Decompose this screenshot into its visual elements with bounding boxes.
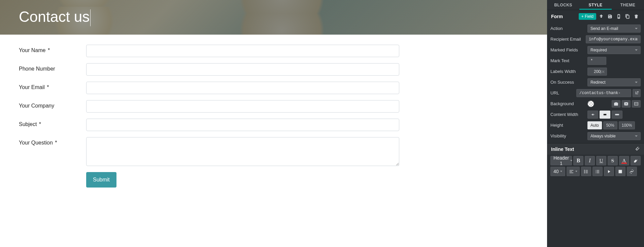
background-video-button[interactable] — [622, 100, 631, 108]
submit-row: Submit — [19, 172, 528, 188]
prop-label: Recipient Email — [550, 37, 586, 42]
select-parent-icon[interactable] — [598, 13, 605, 20]
bold-button[interactable]: B — [573, 156, 583, 165]
visibility-select[interactable]: Always visible — [587, 132, 641, 140]
text-color-button[interactable]: A — [619, 156, 629, 165]
duplicate-icon[interactable] — [624, 13, 631, 20]
heading-select-value: Header 1 — [553, 155, 569, 166]
height-100[interactable]: 100% — [619, 121, 635, 129]
form-section-header: Form + Field — [550, 10, 641, 23]
chevron-down-icon — [635, 82, 638, 83]
prop-label: Content Width — [550, 112, 587, 117]
on-success-value: Redirect — [590, 80, 606, 85]
insert-image-button[interactable] — [615, 167, 625, 176]
action-select-value: Send an E-mail — [590, 26, 618, 31]
svg-rect-0 — [592, 114, 594, 115]
background-color-swatch[interactable] — [587, 100, 594, 107]
phone-number-input[interactable] — [86, 63, 399, 76]
svg-rect-1 — [604, 114, 606, 115]
required-mark: * — [47, 84, 49, 90]
field-label: Your Name * — [19, 45, 86, 53]
form-row: Your Company — [19, 100, 528, 113]
submit-button[interactable]: Submit — [86, 172, 116, 188]
chevron-down-icon — [560, 171, 562, 172]
align-button[interactable] — [567, 167, 580, 176]
highlight-button[interactable] — [631, 156, 641, 165]
background-shape-button[interactable] — [632, 100, 641, 108]
field-label: Your Question * — [19, 137, 86, 146]
shape-icon — [634, 101, 639, 106]
content-width-normal[interactable] — [600, 111, 610, 119]
form-row: Your Question * — [19, 137, 528, 166]
recipient-email-input[interactable] — [586, 35, 641, 43]
font-size-value: 40 — [553, 169, 559, 174]
italic-button[interactable]: I — [585, 156, 595, 165]
svg-point-3 — [584, 170, 585, 171]
action-select[interactable]: Send an E-mail — [587, 25, 641, 33]
prop-label: Action — [550, 26, 587, 31]
visibility-value: Always visible — [590, 134, 616, 138]
strikethrough-button[interactable]: S — [608, 156, 618, 165]
content-width-narrow[interactable] — [587, 111, 598, 119]
field-label-text: Your Email — [19, 84, 45, 90]
eraser-icon — [635, 146, 640, 151]
chevron-down-icon — [635, 135, 638, 137]
chevron-down-icon — [575, 171, 577, 172]
prop-url: URL — [550, 88, 641, 98]
required-mark: * — [48, 47, 50, 53]
tab-blocks[interactable]: BLOCKS — [547, 0, 579, 10]
labels-width-input[interactable] — [587, 68, 607, 76]
background-image-button[interactable] — [612, 100, 620, 108]
on-success-select[interactable]: Redirect — [587, 78, 641, 86]
mobile-icon[interactable] — [615, 13, 622, 20]
page-title[interactable]: Contact us — [19, 8, 91, 26]
play-icon — [606, 169, 611, 174]
prop-label: Marked Fields — [550, 47, 587, 52]
url-input[interactable] — [576, 89, 631, 97]
prop-mark-text: Mark Text — [550, 55, 641, 66]
tab-theme[interactable]: THEME — [612, 0, 644, 10]
prop-label: Background — [550, 101, 587, 106]
your-company-input[interactable] — [86, 100, 399, 113]
your-email-input[interactable] — [86, 82, 399, 94]
color-bar — [621, 163, 627, 164]
section-title: Inline Text — [551, 147, 574, 152]
tab-style[interactable]: STYLE — [579, 0, 612, 10]
prop-on-success: On Success Redirect — [550, 77, 641, 87]
your-question-textarea[interactable] — [86, 137, 399, 166]
page-title-text: Contact us — [19, 8, 90, 25]
underline-button[interactable]: U — [596, 156, 606, 165]
add-field-button[interactable]: + Field — [579, 13, 596, 20]
unordered-list-button[interactable] — [581, 167, 591, 176]
list-ol-icon — [595, 169, 600, 174]
list-ul-icon — [583, 169, 588, 174]
your-name-input[interactable] — [86, 45, 399, 57]
save-icon[interactable] — [606, 13, 614, 20]
subject-input[interactable] — [86, 119, 399, 131]
marked-fields-select[interactable]: Required — [587, 46, 641, 54]
camera-icon — [614, 101, 618, 106]
open-url-button[interactable] — [633, 89, 641, 97]
delete-icon[interactable] — [633, 13, 640, 20]
prop-height: Height Auto 50% 100% — [550, 120, 641, 130]
ordered-list-button[interactable] — [592, 167, 603, 176]
height-50[interactable]: 50% — [603, 121, 617, 129]
animation-button[interactable] — [604, 167, 614, 176]
height-auto[interactable]: Auto — [587, 121, 602, 129]
field-label: Your Email * — [19, 82, 86, 90]
text-toolbar-row-2: 40 — [550, 167, 641, 176]
chevron-down-icon — [635, 49, 638, 51]
content-width-full[interactable] — [612, 111, 622, 119]
contact-form: Your Name * Phone Number Your Email * Yo… — [0, 35, 547, 198]
font-size-select[interactable]: 40 — [550, 167, 565, 176]
mark-text-input[interactable] — [587, 57, 606, 65]
clear-format-button[interactable] — [635, 146, 640, 152]
align-icon — [569, 169, 574, 174]
prop-action: Action Send an E-mail — [550, 23, 641, 34]
insert-link-button[interactable] — [627, 167, 637, 176]
editor-sidebar: BLOCKS STYLE THEME Form + Field Action S… — [547, 0, 644, 247]
svg-rect-2 — [615, 114, 619, 115]
prop-label: Height — [550, 123, 587, 128]
heading-select[interactable]: Header 1 — [550, 156, 572, 165]
style-panel: Form + Field Action Send an E-mail Recip… — [547, 10, 644, 177]
